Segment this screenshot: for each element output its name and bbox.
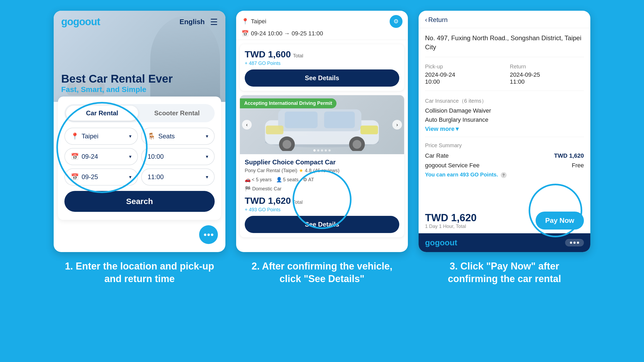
car-type-tag: 🏁 Domestic Car bbox=[245, 186, 281, 192]
carousel-prev-button[interactable]: ‹ bbox=[242, 120, 252, 130]
tab-scooter-rental[interactable]: Scooter Rental bbox=[141, 106, 213, 121]
card3-header: ‹ Return bbox=[419, 11, 590, 28]
step-1-label: 1. Enter the location and pick-up and re… bbox=[54, 260, 225, 285]
price-summary-section: Price Summary Car Rate TWD 1,620 gogoout… bbox=[425, 142, 584, 178]
price-summary-title: Price Summary bbox=[425, 142, 584, 149]
pay-now-button[interactable]: Pay Now bbox=[536, 212, 584, 230]
car-age-icon: 🚗 bbox=[245, 177, 251, 183]
return-label: Return bbox=[510, 64, 584, 70]
footer-logo-part2: out bbox=[445, 238, 457, 247]
step-3-label: 3. Click "Pay Now" after confirming the … bbox=[419, 260, 590, 285]
service-fee-label: gogoout Service Fee bbox=[425, 162, 480, 169]
listing2-supplier: Pony Car Rental (Taipei) ★ 4.8 (46 revie… bbox=[245, 168, 399, 173]
earn-points-row: You can earn 493 GO Points. ? bbox=[425, 172, 584, 178]
chat-dot-2 bbox=[207, 234, 210, 236]
return-time: 11:00 bbox=[510, 78, 584, 85]
search-button[interactable]: Search bbox=[64, 191, 215, 212]
view-more-button[interactable]: View more ▾ bbox=[425, 125, 459, 132]
chat-dot-1 bbox=[204, 234, 206, 236]
star-icon: ★ bbox=[299, 168, 303, 173]
help-icon[interactable]: ? bbox=[501, 172, 507, 178]
total-desc: 1 Day 1 Hour, Total bbox=[425, 224, 477, 229]
calendar-icon-start: 📅 bbox=[71, 153, 79, 160]
calendar-icon-range: 📅 bbox=[241, 30, 249, 37]
logo-part2: out bbox=[85, 16, 100, 27]
svg-rect-13 bbox=[361, 125, 378, 134]
end-datetime-row: 📅 09-25 ▾ 11:00 ▾ bbox=[64, 168, 215, 186]
seats-icon-2: 👤 bbox=[276, 177, 282, 183]
hero-section: gogoout English ☰ Best Car Rental Ever F… bbox=[54, 11, 225, 102]
start-time-select[interactable]: 10:00 ▾ bbox=[141, 148, 215, 165]
pickup-return-section: Pick-up 2024-09-24 10:00 Return 2024-09-… bbox=[425, 64, 584, 91]
rating-value: 4.8 bbox=[305, 168, 312, 173]
listing2-price: TWD 1,620 bbox=[245, 195, 291, 206]
earn-points-value: 493 bbox=[460, 172, 469, 178]
listing1-see-details-button[interactable]: See Details bbox=[245, 69, 399, 87]
search-results-header: 📍 Taipei ⚙ 📅 09-24 10:00 → 09-25 11:00 bbox=[236, 11, 408, 40]
total-info: TWD 1,620 1 Day 1 Hour, Total bbox=[425, 212, 477, 229]
back-button[interactable]: ‹ Return bbox=[425, 16, 448, 24]
back-arrow-icon: ‹ bbox=[425, 16, 427, 24]
listing-card-1: TWD 1,600 Total + 487 GO Points See Deta… bbox=[240, 44, 404, 91]
transmission-feature: ⚙ AT bbox=[303, 177, 314, 183]
svg-point-9 bbox=[283, 140, 291, 149]
car-illustration bbox=[256, 98, 388, 151]
location-row: 📍 Taipei ⚙ bbox=[241, 15, 402, 28]
car-image-section: Accepting International Driving Permit ‹ bbox=[240, 95, 404, 154]
pickup-label: Pick-up bbox=[425, 64, 499, 70]
earn-points-unit: GO Points. bbox=[470, 172, 498, 178]
logo-part1: gogo bbox=[61, 16, 85, 27]
step-labels: 1. Enter the location and pick-up and re… bbox=[16, 260, 628, 285]
view-more-label: View more bbox=[425, 125, 455, 132]
header-right: English ☰ bbox=[180, 17, 218, 27]
svg-rect-7 bbox=[324, 112, 355, 128]
earn-points-text: You can earn bbox=[425, 172, 458, 178]
chevron-down-icon: ▾ bbox=[456, 125, 459, 132]
listing2-see-details-button[interactable]: See Details bbox=[245, 216, 399, 233]
return-date: 2024-09-25 bbox=[510, 71, 584, 78]
seats-select[interactable]: 🪑 Seats ▾ bbox=[141, 128, 215, 145]
hero-subtitle: Fast, Smart, and Simple bbox=[61, 85, 173, 94]
seats-chevron-icon: ▾ bbox=[206, 133, 208, 139]
service-fee-row: gogoout Service Fee Free bbox=[425, 162, 584, 169]
chat-dot-3 bbox=[211, 234, 213, 236]
end-date-select[interactable]: 📅 09-25 ▾ bbox=[64, 168, 138, 186]
seats-value: Seats bbox=[158, 132, 175, 140]
footer-dot-3 bbox=[577, 242, 579, 244]
service-fee-value: Free bbox=[572, 162, 584, 169]
start-date-select[interactable]: 📅 09-24 ▾ bbox=[64, 148, 138, 165]
start-time-chevron: ▾ bbox=[206, 154, 208, 160]
insurance-section: Car Insurance（6 items） Collision Damage … bbox=[425, 97, 584, 137]
footer-dots-menu[interactable] bbox=[565, 239, 584, 246]
location-select[interactable]: 📍 Taipei ▾ bbox=[64, 128, 138, 145]
end-date-chevron: ▾ bbox=[129, 174, 131, 180]
menu-icon[interactable]: ☰ bbox=[210, 17, 218, 27]
transmission-icon: ⚙ bbox=[303, 177, 307, 183]
reviews-count: (46 reviews) bbox=[313, 168, 339, 173]
end-time-value: 11:00 bbox=[148, 173, 164, 181]
logo: gogoout bbox=[61, 16, 100, 28]
footer-logo: gogoout bbox=[425, 238, 457, 247]
dot-1 bbox=[313, 149, 316, 152]
card3-footer: TWD 1,620 1 Day 1 Hour, Total Pay Now go… bbox=[419, 207, 590, 252]
date-range-text: 09-24 10:00 → 09-25 11:00 bbox=[251, 30, 323, 37]
car-age-value: < 5 years bbox=[252, 177, 272, 183]
supplier-name: Pony Car Rental (Taipei) bbox=[245, 168, 297, 173]
car-rate-value: TWD 1,620 bbox=[554, 152, 584, 159]
chat-bubble[interactable] bbox=[199, 225, 218, 244]
car-rate-label: Car Rate bbox=[425, 152, 449, 159]
carousel-dots bbox=[313, 149, 331, 152]
tab-car-rental[interactable]: Car Rental bbox=[66, 106, 138, 121]
hero-text: Best Car Rental Ever Fast, Smart, and Si… bbox=[61, 72, 173, 94]
carousel-next-button[interactable]: › bbox=[392, 120, 402, 130]
listing2-title: Supplier Choice Compact Car bbox=[245, 158, 399, 166]
listing1-price-row: TWD 1,600 Total bbox=[245, 49, 399, 60]
end-time-select[interactable]: 11:00 ▾ bbox=[141, 168, 215, 186]
step-2-label: 2. After confirming the vehicle, click "… bbox=[236, 260, 408, 285]
date-range-row: 📅 09-24 10:00 → 09-25 11:00 bbox=[241, 30, 402, 37]
language-button[interactable]: English bbox=[180, 18, 205, 26]
filter-button[interactable]: ⚙ bbox=[390, 15, 402, 28]
location-pin-icon-2: 📍 bbox=[241, 18, 249, 25]
listing1-price-label: Total bbox=[293, 53, 303, 59]
start-date-chevron: ▾ bbox=[129, 154, 131, 160]
